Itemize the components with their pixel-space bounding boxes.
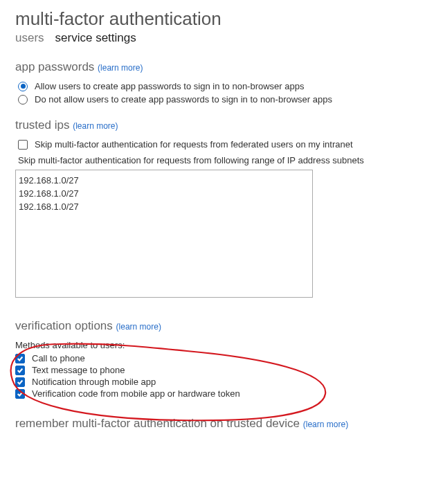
radio-allow-app-passwords[interactable] — [18, 82, 28, 91]
section-verification-title: verification options — [15, 319, 113, 332]
verification-code-label: Verification code from mobile app or har… — [32, 388, 240, 399]
check-row-notification-app[interactable]: Notification through mobile app — [15, 377, 428, 387]
checkbox-skip-federated[interactable] — [18, 140, 28, 150]
check-row-skip-federated[interactable]: Skip multi-factor authentication for req… — [15, 139, 428, 150]
checkbox-text-message[interactable] — [15, 366, 25, 375]
ip-subnets-textarea[interactable] — [15, 170, 313, 298]
text-message-label: Text message to phone — [32, 365, 125, 375]
methods-heading: Methods available to users: — [15, 340, 428, 350]
radio-allow-label: Allow users to create app passwords to s… — [35, 81, 304, 91]
notification-app-label: Notification through mobile app — [32, 377, 156, 387]
call-to-phone-label: Call to phone — [32, 353, 85, 363]
section-remember-mfa-title: remember multi-factor authentication on … — [15, 417, 300, 430]
skip-federated-label: Skip multi-factor authentication for req… — [35, 139, 353, 150]
checkbox-verification-code[interactable] — [15, 389, 25, 399]
radio-row-disallow-app-passwords[interactable]: Do not allow users to create app passwor… — [15, 94, 428, 105]
learn-more-remember-mfa[interactable]: learn more — [303, 420, 348, 429]
radio-disallow-label: Do not allow users to create app passwor… — [35, 94, 332, 105]
section-remember-mfa: remember multi-factor authentication on … — [15, 417, 428, 431]
section-trusted-ips: trusted ips learn more — [15, 118, 428, 132]
page-title: multi-factor authentication — [15, 8, 428, 30]
learn-more-verification[interactable]: learn more — [116, 322, 161, 332]
learn-more-trusted-ips[interactable]: learn more — [73, 121, 118, 131]
section-app-passwords-title: app passwords — [15, 60, 94, 73]
check-row-verification-code[interactable]: Verification code from mobile app or har… — [15, 388, 428, 399]
radio-disallow-app-passwords[interactable] — [18, 95, 28, 105]
tab-service-settings[interactable]: service settings — [55, 31, 136, 45]
methods-list: Call to phone Text message to phone Noti… — [15, 353, 428, 399]
tab-bar: users service settings — [15, 31, 428, 45]
section-trusted-ips-title: trusted ips — [15, 118, 69, 132]
check-row-text-message[interactable]: Text message to phone — [15, 365, 428, 375]
section-verification-options: verification options learn more — [15, 319, 428, 333]
check-row-call-to-phone[interactable]: Call to phone — [15, 353, 428, 363]
radio-row-allow-app-passwords[interactable]: Allow users to create app passwords to s… — [15, 81, 428, 91]
tab-users[interactable]: users — [15, 31, 44, 45]
checkbox-call-to-phone[interactable] — [15, 354, 25, 363]
checkbox-notification-app[interactable] — [15, 377, 25, 387]
subnets-heading: Skip multi-factor authentication for req… — [18, 155, 428, 165]
learn-more-app-passwords[interactable]: learn more — [98, 63, 143, 73]
section-app-passwords: app passwords learn more — [15, 60, 428, 74]
